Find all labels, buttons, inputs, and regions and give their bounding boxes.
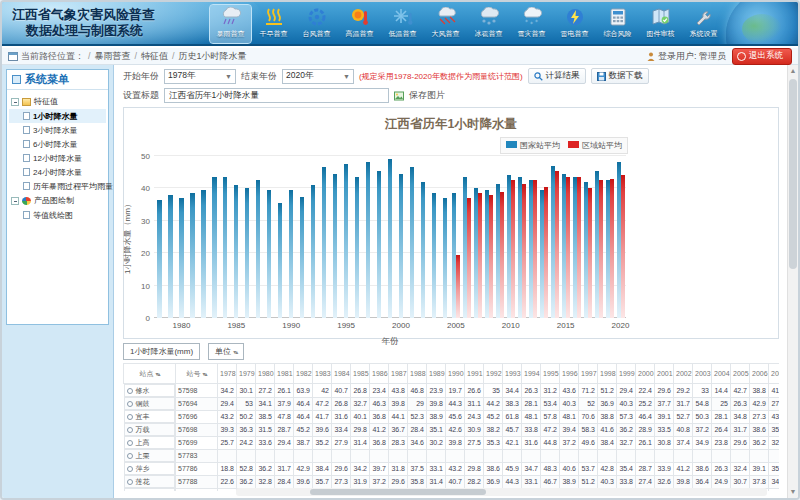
col-header-year-1987[interactable]: 1987 — [389, 364, 408, 384]
col-header-year-2003[interactable]: 2003 — [693, 364, 712, 384]
bar-regional-2017[interactable] — [588, 188, 592, 318]
radio-icon[interactable] — [127, 453, 133, 459]
col-header-year-1998[interactable]: 1998 — [598, 364, 617, 384]
bar-regional-2011[interactable] — [522, 184, 526, 318]
vscroll-thumb[interactable] — [789, 79, 797, 269]
radio-icon[interactable] — [127, 466, 133, 472]
col-header-year-1997[interactable]: 1997 — [579, 364, 598, 384]
col-header-year-1986[interactable]: 1986 — [370, 364, 389, 384]
bar-regional-2006[interactable] — [467, 198, 471, 318]
col-header-year-1979[interactable]: 1979 — [237, 364, 256, 384]
start-year-select[interactable]: 1978年▼ — [164, 69, 236, 84]
download-button[interactable]: 数据下载 — [591, 68, 649, 84]
col-header-year-2007[interactable]: 2007 — [769, 364, 780, 384]
bar-regional-2005[interactable] — [456, 255, 460, 318]
nav-item-hail[interactable]: 冰雹普查 — [468, 5, 509, 43]
station-name-cell[interactable]: 莲花 — [124, 475, 176, 488]
nav-item-low-temp[interactable]: 低温普查 — [382, 5, 423, 43]
bar-national-1999[interactable] — [388, 159, 392, 318]
table-row[interactable]: 修水5759834.230.127.226.163.94240.726.823.… — [124, 384, 780, 398]
radio-icon[interactable] — [127, 440, 133, 446]
col-header-year-2004[interactable]: 2004 — [712, 364, 731, 384]
breadcrumb-item[interactable]: 历史1小时降水量 — [179, 51, 247, 61]
nav-item-settings[interactable]: 系统设置 — [683, 5, 724, 43]
tree-group-1[interactable]: 产品图绘制 — [9, 193, 106, 208]
col-header-year-1982[interactable]: 1982 — [294, 364, 313, 384]
table-row[interactable]: 上高5769925.724.233.629.438.735.227.931.43… — [124, 436, 780, 449]
tree-item-等值线绘图[interactable]: 等值线绘图 — [9, 208, 106, 222]
station-name-cell[interactable]: 万载 — [124, 423, 176, 436]
bar-national-1990[interactable] — [289, 190, 293, 318]
station-name-cell[interactable]: 萍乡 — [124, 462, 176, 475]
station-name-cell[interactable]: 修水 — [124, 384, 176, 397]
nav-item-drought-heat[interactable]: 干旱普查 — [253, 5, 294, 43]
table-metric-chip[interactable]: 1小时降水量(mm) — [123, 343, 200, 360]
col-header-year-1988[interactable]: 1988 — [408, 364, 427, 384]
nav-item-risk-calc[interactable]: 综合风险 — [597, 5, 638, 43]
chart-title-input[interactable]: 江西省历年1小时降水量 — [164, 88, 389, 103]
tree-expander-icon[interactable] — [11, 197, 19, 205]
bar-national-1985[interactable] — [234, 185, 238, 318]
tree-item-1小时降水量[interactable]: 1小时降水量 — [9, 109, 106, 123]
table-row[interactable]: 上栗57783 — [124, 449, 780, 462]
col-header-year-2002[interactable]: 2002 — [674, 364, 693, 384]
bar-regional-2018[interactable] — [599, 180, 603, 318]
bar-national-1992[interactable] — [311, 185, 315, 318]
bar-national-1984[interactable] — [223, 177, 227, 318]
col-header-year-1978[interactable]: 1978 — [218, 364, 237, 384]
bar-regional-2009[interactable] — [500, 192, 504, 318]
bar-regional-2016[interactable] — [577, 177, 581, 318]
table-row[interactable]: 萍乡5778618.852.836.231.742.938.429.634.23… — [124, 462, 780, 475]
col-header-year-1983[interactable]: 1983 — [313, 364, 332, 384]
bar-national-1993[interactable] — [322, 167, 326, 318]
bar-regional-2014[interactable] — [555, 171, 559, 318]
scroll-up-arrow[interactable]: ▲ — [788, 65, 798, 77]
station-name-cell[interactable]: 宜丰 — [124, 410, 176, 423]
bar-national-1989[interactable] — [278, 203, 282, 318]
bar-national-1997[interactable] — [366, 162, 370, 318]
unit-filter[interactable]: 单位 ▾▴ — [208, 343, 244, 360]
bar-national-1994[interactable] — [333, 174, 337, 318]
bar-regional-2019[interactable] — [610, 179, 614, 318]
bar-national-1983[interactable] — [212, 177, 216, 318]
bar-national-1986[interactable] — [245, 188, 249, 318]
bar-regional-2010[interactable] — [511, 180, 515, 318]
bar-national-2000[interactable] — [399, 174, 403, 318]
bar-national-2004[interactable] — [443, 198, 447, 318]
hscroll-thumb[interactable] — [310, 489, 485, 495]
end-year-select[interactable]: 2020年▼ — [282, 69, 354, 84]
radio-icon[interactable] — [127, 388, 133, 394]
tree-item-12小时降水量[interactable]: 12小时降水量 — [9, 151, 106, 165]
radio-icon[interactable] — [127, 401, 133, 407]
bar-national-2001[interactable] — [410, 167, 414, 318]
bar-regional-2015[interactable] — [566, 177, 570, 318]
station-name-cell[interactable]: 分宜 — [124, 488, 176, 491]
save-image-button[interactable]: 保存图片 — [409, 89, 445, 102]
col-header-year-1992[interactable]: 1992 — [484, 364, 503, 384]
nav-item-high-temp[interactable]: 高温普查 — [339, 5, 380, 43]
col-header-year-2000[interactable]: 2000 — [636, 364, 655, 384]
table-row[interactable]: 宜丰5769643.250.238.547.846.441.731.640.13… — [124, 410, 780, 423]
col-header-year-1989[interactable]: 1989 — [427, 364, 446, 384]
radio-icon[interactable] — [127, 479, 133, 485]
col-header-station[interactable]: 站点 ▾▴ — [124, 364, 176, 384]
col-header-year-1984[interactable]: 1984 — [332, 364, 351, 384]
col-header-year-1985[interactable]: 1985 — [351, 364, 370, 384]
bar-regional-2007[interactable] — [478, 193, 482, 318]
tree-item-6小时降水量[interactable]: 6小时降水量 — [9, 137, 106, 151]
col-header-year-1994[interactable]: 1994 — [522, 364, 541, 384]
bar-national-1980[interactable] — [179, 198, 183, 318]
col-header-year-1991[interactable]: 1991 — [465, 364, 484, 384]
tree-item-24小时降水量[interactable]: 24小时降水量 — [9, 165, 106, 179]
bar-national-1995[interactable] — [344, 164, 348, 318]
col-header-station-id[interactable]: 站号 ▾▴ — [176, 364, 218, 384]
col-header-year-1990[interactable]: 1990 — [446, 364, 465, 384]
bar-regional-2012[interactable] — [533, 180, 537, 318]
bar-national-1996[interactable] — [355, 177, 359, 318]
col-header-year-2005[interactable]: 2005 — [731, 364, 750, 384]
breadcrumb-item[interactable]: 特征值 — [141, 51, 168, 61]
col-header-year-1999[interactable]: 1999 — [617, 364, 636, 384]
scroll-down-arrow[interactable]: ▼ — [788, 486, 798, 498]
bar-national-2003[interactable] — [432, 193, 436, 318]
bar-regional-2013[interactable] — [544, 187, 548, 318]
